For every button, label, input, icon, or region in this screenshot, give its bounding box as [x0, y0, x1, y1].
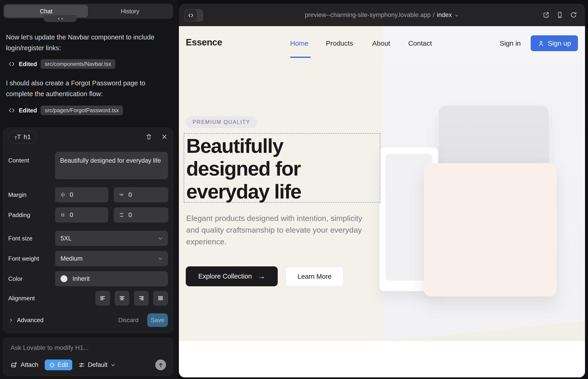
nav-link-contact[interactable]: Contact	[408, 39, 432, 47]
explore-collection-button[interactable]: Explore Collection →	[186, 266, 278, 286]
panel-tabs: Chat History	[3, 4, 173, 19]
content-input[interactable]: Beautifully designed for everyday life	[55, 152, 168, 179]
nav-link-home[interactable]: Home	[290, 39, 309, 47]
margin-vertical-icon	[118, 191, 125, 198]
site-viewport: Essence Home Products About Contact Sign…	[179, 26, 585, 377]
chevron-down-icon	[454, 13, 459, 18]
align-left-button[interactable]	[95, 291, 110, 306]
url-domain: preview--charming-site-symphony.lovable.…	[305, 12, 431, 19]
preview-topbar: preview--charming-site-symphony.lovable.…	[179, 4, 585, 26]
alignment-label: Alignment	[8, 295, 55, 302]
color-swatch	[61, 275, 67, 282]
edited-file-chip[interactable]: src/components/Navbar.tsx	[41, 59, 115, 69]
element-editor-panel: TT h1 Content Beautifully designed for e…	[3, 127, 173, 333]
url-bar[interactable]: preview--charming-site-symphony.lovable.…	[179, 4, 585, 26]
nav-link-products[interactable]: Products	[326, 39, 353, 47]
chevron-down-icon	[110, 362, 116, 368]
padding-vertical-icon	[118, 212, 125, 218]
typography-icon: TT	[15, 134, 21, 140]
font-weight-label: Font weight	[8, 255, 55, 262]
font-size-select[interactable]: 5XL	[55, 231, 168, 246]
site-navbar: Essence Home Products About Contact Sign…	[179, 26, 585, 61]
margin-y-input[interactable]: 0	[114, 187, 168, 202]
align-right-button[interactable]	[134, 291, 149, 306]
preview-window: preview--charming-site-symphony.lovable.…	[179, 4, 585, 377]
edited-label: Edited	[19, 61, 37, 68]
nav-link-about[interactable]: About	[372, 39, 390, 47]
url-page: index	[437, 12, 452, 19]
hero-heading[interactable]: Beautifully designed for everyday life	[186, 134, 301, 203]
padding-y-input[interactable]: 0	[114, 207, 168, 222]
selected-element-tag[interactable]: TT h1	[9, 130, 36, 143]
send-button[interactable]	[155, 360, 166, 370]
edited-label: Edited	[19, 107, 37, 114]
composer-input[interactable]	[11, 342, 166, 354]
sign-up-button[interactable]: Sign up	[531, 35, 578, 51]
padding-horizontal-icon	[60, 212, 66, 218]
chat-message: Now let's update the Navbar component to…	[6, 32, 164, 53]
open-external-icon[interactable]	[542, 11, 550, 19]
margin-horizontal-icon	[60, 191, 66, 198]
padding-label: Padding	[8, 211, 55, 219]
target-icon	[49, 362, 55, 368]
user-icon	[538, 40, 544, 47]
color-label: Color	[8, 275, 55, 283]
app-window: Chat History Now let's update the Navbar…	[0, 0, 588, 379]
margin-label: Margin	[8, 191, 55, 198]
delete-element-button[interactable]	[145, 133, 152, 140]
premium-quality-badge: PREMIUM QUALITY	[186, 116, 257, 128]
color-select[interactable]: Inherit	[55, 271, 168, 286]
site-logo[interactable]: Essence	[186, 37, 222, 47]
close-editor-button[interactable]	[161, 133, 168, 140]
mobile-view-icon[interactable]	[556, 11, 563, 19]
url-separator: /	[433, 12, 435, 19]
edited-file-row: Edited src/components/Navbar.tsx	[8, 59, 115, 69]
edited-file-chip[interactable]: src/pages/ForgotPassword.tsx	[41, 106, 123, 115]
arrow-right-icon: →	[258, 272, 265, 281]
tab-history[interactable]: History	[88, 5, 172, 18]
sign-in-link[interactable]: Sign in	[500, 39, 521, 47]
code-icon	[8, 61, 15, 67]
hero-card-cream	[424, 163, 557, 296]
padding-x-input[interactable]: 0	[55, 207, 108, 222]
font-size-label: Font size	[8, 235, 55, 242]
font-weight-select[interactable]: Medium	[55, 251, 168, 266]
chat-message: I should also create a Forgot Password p…	[6, 78, 164, 99]
edited-file-row: Edited src/pages/ForgotPassword.tsx	[8, 106, 123, 115]
align-center-button[interactable]	[115, 291, 129, 306]
refresh-icon[interactable]	[570, 11, 577, 19]
hero-paragraph: Elegant products designed with intention…	[186, 212, 372, 248]
attach-button[interactable]: Attach	[11, 361, 38, 368]
content-label: Content	[8, 152, 55, 164]
chevron-down-icon	[157, 235, 163, 241]
save-button[interactable]: Save	[147, 313, 168, 327]
code-icon	[8, 107, 15, 114]
margin-x-input[interactable]: 0	[55, 187, 108, 202]
align-justify-button[interactable]	[153, 291, 168, 306]
chat-panel: Chat History Now let's update the Navbar…	[0, 0, 178, 379]
chevron-right-icon	[8, 317, 14, 323]
chat-composer: Attach Edit Default	[3, 338, 173, 376]
advanced-toggle[interactable]: Advanced	[8, 316, 44, 324]
attach-image-icon	[11, 362, 17, 368]
scrolled-chip	[44, 15, 77, 22]
chevron-down-icon	[157, 255, 163, 262]
edit-mode-button[interactable]: Edit	[45, 360, 73, 370]
sliders-icon	[78, 362, 85, 368]
learn-more-button[interactable]: Learn More	[285, 266, 344, 287]
mode-select[interactable]: Default	[78, 361, 116, 368]
nav-active-underline	[290, 57, 311, 58]
discard-button[interactable]: Discard	[118, 316, 139, 324]
section-below-hero	[179, 341, 585, 377]
